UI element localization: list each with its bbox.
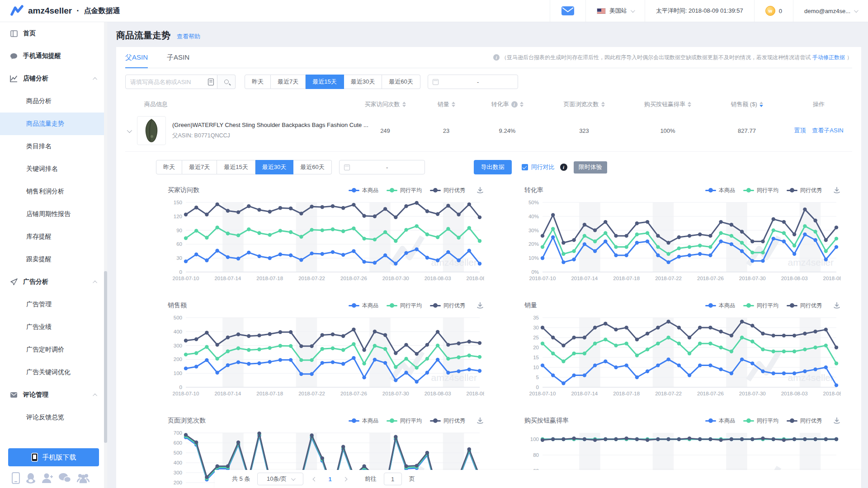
sidebar-item-product-analysis[interactable]: 商品分析 [0,90,107,113]
sidebar-item-category-rank[interactable]: 类目排名 [0,135,107,158]
sort-buybox-icon[interactable] [688,102,691,107]
sidebar-item-ad-manage[interactable]: 广告管理 [0,293,107,316]
detail-range-7d-button[interactable]: 最近7天 [182,160,217,174]
sidebar-item-keyword-rank[interactable]: 关键词排名 [0,158,107,180]
download-icon[interactable] [476,417,484,425]
download-icon[interactable] [833,186,841,194]
detail-custom-date-picker[interactable]: - [339,160,425,174]
chart-icon [10,75,18,83]
sidebar-item-review-overview[interactable]: 评论反馈总览 [0,406,107,429]
tab-child-asin[interactable]: 子ASIN [167,47,189,68]
legend-item[interactable]: 本商品 [349,302,378,310]
goto-unit: 页 [409,475,415,483]
export-data-button[interactable]: 导出数据 [474,160,512,174]
pin-top-link[interactable]: 置顶 [794,127,806,135]
sidebar-item-ad-performance[interactable]: 广告业绩 [0,316,107,338]
sort-conversion-icon[interactable] [520,102,524,107]
legend-item[interactable]: 本商品 [349,187,378,194]
sort-sales-icon[interactable] [452,102,455,107]
prev-page-button[interactable] [311,478,319,481]
range-30d-button[interactable]: 最近30天 [344,75,382,89]
sidebar-item-profit-analysis[interactable]: 销售利润分析 [0,180,107,203]
download-icon[interactable] [476,186,484,194]
sidebar-item-label: 手机通知提醒 [23,52,61,60]
page-size-select[interactable]: 10条/页 [257,473,303,485]
legend-item[interactable]: 同行优秀 [430,187,465,194]
svg-text:2018-07-30: 2018-07-30 [382,391,409,396]
sort-pageviews-icon[interactable] [601,102,605,107]
legend-item[interactable]: 同行优秀 [430,302,465,310]
scrollbar-thumb[interactable] [104,271,107,443]
legend-item[interactable]: 本商品 [705,417,735,425]
legend-item[interactable]: 同行优秀 [787,187,822,194]
product-image[interactable] [137,116,166,145]
sidebar-item-label: 关键词排名 [26,165,58,173]
sort-visits-icon[interactable] [402,102,406,107]
range-60d-button[interactable]: 最近60天 [382,75,420,89]
legend-label: 同行平均 [757,417,778,425]
sidebar-item-hijack-alert[interactable]: 跟卖提醒 [0,248,107,271]
next-page-button[interactable] [341,478,349,481]
legend-item[interactable]: 本商品 [705,187,735,194]
goto-page-input[interactable] [384,473,402,485]
legend-item[interactable]: 同行平均 [743,187,778,194]
qq-icon[interactable] [25,472,36,484]
sidebar-section-shop-analysis[interactable]: 店铺分析 [0,67,107,90]
product-title[interactable]: (Green)WATERFLY Chest Sling Shoulder Bac… [172,122,368,128]
range-yesterday-button[interactable]: 昨天 [245,75,271,89]
detail-range-15d-button[interactable]: 最近15天 [217,160,255,174]
legend-item[interactable]: 同行平均 [387,417,422,425]
legend-item[interactable]: 同行平均 [743,302,778,310]
legend-item[interactable]: 同行平均 [387,302,422,310]
legend-item[interactable]: 同行优秀 [787,417,822,425]
account-menu[interactable]: demo@amz4se... [793,0,868,22]
peer-compare-checkbox[interactable]: 同行对比 [522,163,555,171]
sidebar-item-periodic-report[interactable]: 店铺周期性报告 [0,203,107,225]
search-input[interactable] [125,75,217,89]
mail-button[interactable] [550,0,585,22]
detail-range-yesterday-button[interactable]: 昨天 [156,160,182,174]
sidebar-item-ad-schedule-price[interactable]: 广告定时调价 [0,338,107,361]
legend-item[interactable]: 同行平均 [743,417,778,425]
legend-item[interactable]: 同行优秀 [787,302,822,310]
search-button[interactable] [217,75,236,89]
sidebar-item-home[interactable]: 首页 [0,22,107,45]
legend-item[interactable]: 本商品 [705,302,735,310]
group-icon[interactable] [76,473,90,483]
sidebar-item-product-traffic-trend[interactable]: 商品流量走势 [0,113,107,135]
download-icon[interactable] [833,301,841,310]
info-icon[interactable]: i [511,101,518,108]
download-icon[interactable] [833,417,841,425]
help-link[interactable]: 查看帮助 [177,33,200,41]
sort-revenue-icon[interactable] [760,102,763,107]
site-selector[interactable]: 美国站 [585,0,645,22]
row-expand-button[interactable] [127,127,131,134]
app-logo[interactable]: amz4seller · 点金数据通 [0,5,120,17]
phone-icon[interactable] [12,472,20,484]
custom-date-picker[interactable]: - [428,75,518,89]
sidebar-section-review-manage[interactable]: 评论管理 [0,384,107,406]
sidebar-item-inventory-alert[interactable]: 库存提醒 [0,225,107,248]
mobile-app-download-button[interactable]: 手机版下载 [8,448,99,466]
sidebar-section-ad-analysis[interactable]: 广告分析 [0,271,107,293]
detail-range-30d-button[interactable]: 最近30天 [255,160,293,174]
limited-trial-button[interactable]: 限时体验 [574,161,607,174]
view-child-asin-link[interactable]: 查看子ASIN [812,127,843,135]
sidebar-item-ad-keyword-optimize[interactable]: 广告关键词优化 [0,361,107,384]
coin-balance[interactable]: w 0 [754,0,793,22]
manual-fix-link[interactable]: 手动修正数据 [812,54,845,61]
tab-parent-asin[interactable]: 父ASIN [125,47,148,68]
legend-item[interactable]: 本商品 [349,417,378,425]
person-icon[interactable] [42,472,53,484]
legend-item[interactable]: 同行平均 [387,187,422,194]
download-icon[interactable] [476,301,484,310]
range-7d-button[interactable]: 最近7天 [271,75,306,89]
document-icon[interactable] [208,79,214,85]
detail-range-60d-button[interactable]: 最近60天 [293,160,331,174]
wechat-icon[interactable] [58,473,71,483]
range-15d-button[interactable]: 最近15天 [306,75,344,89]
info-icon-dark[interactable]: i [560,164,567,171]
legend-item[interactable]: 同行优秀 [430,417,465,425]
sidebar-item-phone-notify[interactable]: 手机通知提醒 [0,45,107,67]
sidebar-scrollbar[interactable] [104,22,107,488]
